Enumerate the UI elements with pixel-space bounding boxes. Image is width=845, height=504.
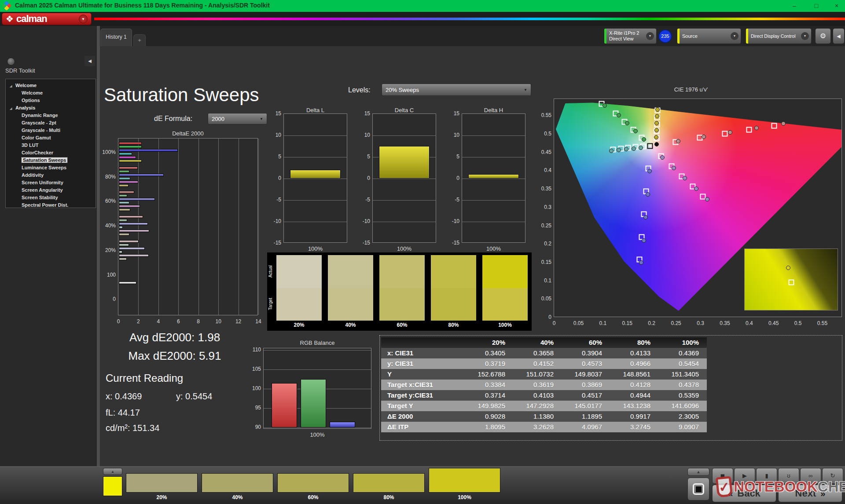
x-tick-label: 0.1: [596, 320, 610, 326]
sidebar-item-saturation-sweeps[interactable]: Saturation Sweeps: [6, 157, 96, 164]
levels-dropdown[interactable]: 20% Sweeps ▼: [382, 84, 531, 96]
sidebar-item-analysis[interactable]: ◢Analysis: [6, 104, 96, 112]
sidebar-item-screen-uniformity[interactable]: Screen Uniformity: [6, 179, 96, 186]
current-y: y: 0.5454: [176, 391, 212, 402]
controls-expand-button[interactable]: ▲: [687, 468, 709, 476]
stop-button[interactable]: [687, 478, 709, 500]
deltae-bar: [119, 254, 149, 257]
chevron-down-icon[interactable]: ▼: [646, 32, 654, 40]
sidebar-collapse-button[interactable]: ◀: [84, 56, 95, 66]
row-label: 20%: [96, 247, 116, 253]
gridline: [264, 369, 371, 370]
maximize-button[interactable]: □: [806, 0, 827, 11]
table-row-label: Target x:CIE31: [381, 380, 464, 390]
delta-h-axis-label: 100%: [462, 245, 525, 252]
sidebar-item-3d-lut[interactable]: 3D LUT: [6, 142, 96, 149]
sidebar-item-colorchecker[interactable]: ColorChecker: [6, 149, 96, 157]
pattern-patch-20%[interactable]: [126, 473, 198, 493]
sidebar-item-color-gamut[interactable]: Color Gamut: [6, 134, 96, 142]
sidebar-item-welcome[interactable]: Welcome: [6, 89, 96, 97]
table-row: ΔE ITP1.80953.26284.09673.27459.0907: [381, 422, 707, 432]
source-dropdown[interactable]: Source ▼: [677, 28, 741, 44]
sidebar-item-welcome[interactable]: ◢Welcome: [6, 82, 96, 89]
chevron-down-icon[interactable]: ▼: [731, 32, 738, 40]
display-control-dropdown[interactable]: Direct Display Control ▼: [746, 28, 812, 44]
pattern-patch-40%[interactable]: [202, 473, 273, 493]
control-button-3[interactable]: ʊ: [778, 468, 799, 484]
back-button[interactable]: « Back: [712, 485, 776, 502]
next-button[interactable]: Next »: [778, 485, 842, 502]
table-cell: 0.3719: [464, 358, 512, 369]
table-row: y: CIE310.37190.41520.45730.49660.5454: [381, 358, 707, 369]
pattern-patch-80%[interactable]: [353, 473, 425, 493]
x-tick-label: 0.35: [718, 320, 732, 326]
tree-expander-icon[interactable]: ◢: [10, 105, 12, 112]
de-formula-dropdown[interactable]: 2000 ▼: [208, 113, 267, 124]
row-label: 100%: [96, 149, 116, 155]
pattern-patch-60%[interactable]: [277, 473, 349, 493]
chevron-down-icon[interactable]: ▼: [79, 15, 88, 23]
source-dropdown-label: Source: [680, 33, 731, 39]
gridline: [373, 222, 436, 222]
swatch-20%: [276, 255, 322, 321]
table-cell: 4.0967: [561, 422, 609, 432]
active-pattern-patch[interactable]: [103, 476, 122, 496]
deltae-bar: [119, 194, 127, 197]
gridline: [373, 179, 436, 179]
sidebar-splitter[interactable]: [97, 26, 100, 504]
y-tick-label: 0.1: [536, 278, 551, 284]
calman-menu-button[interactable]: ❖ calman ▼: [2, 13, 92, 25]
sidebar-item-spectral-power-dist-[interactable]: Spectral Power Dist.: [6, 201, 96, 209]
sidebar-item-grayscale-2pt[interactable]: Grayscale - 2pt: [6, 119, 96, 127]
sidebar-item-screen-stability[interactable]: Screen Stability: [6, 194, 96, 201]
control-button-5[interactable]: ↻: [822, 468, 843, 484]
gridline: [158, 139, 159, 315]
meter-count-badge[interactable]: 235: [658, 29, 672, 43]
collapse-panel-button[interactable]: ◀: [833, 28, 845, 44]
y-tick-label: 0: [536, 314, 551, 320]
deltae-bar: [119, 153, 132, 155]
sidebar-item-dynamic-range[interactable]: Dynamic Range: [6, 112, 96, 119]
calman-logo-text: calman: [16, 13, 79, 25]
control-button-2[interactable]: ▮: [756, 468, 777, 484]
minimize-button[interactable]: –: [784, 0, 805, 11]
pattern-patch-100%[interactable]: [429, 468, 500, 493]
chevron-down-icon: ▼: [524, 88, 531, 92]
gridline: [198, 139, 199, 315]
add-tab-button[interactable]: +: [133, 34, 146, 46]
control-button-1[interactable]: ▶: [734, 468, 755, 484]
x-tick-label: 0.4: [742, 320, 756, 326]
cie-measured-yellow: [655, 107, 660, 112]
gridline: [264, 427, 371, 428]
gridline: [284, 157, 347, 157]
control-button-4[interactable]: ∞: [800, 468, 821, 484]
sidebar-item-grayscale-multi[interactable]: Grayscale - Multi: [6, 127, 96, 134]
cie-measured-red: [781, 121, 786, 126]
pattern-expand-button[interactable]: ▲: [103, 468, 122, 475]
table-row-label: Y: [381, 369, 464, 380]
y-tick-label: 95: [248, 405, 261, 411]
sidebar-item-screen-angularity[interactable]: Screen Angularity: [6, 186, 96, 194]
close-button[interactable]: ×: [827, 0, 845, 11]
table-cell: 0.4152: [512, 358, 561, 369]
sidebar-item-additivity[interactable]: Additivity: [6, 172, 96, 179]
y-tick-label: 15: [269, 110, 281, 117]
table-cell: 143.1238: [609, 401, 658, 411]
tree-expander-icon[interactable]: ◢: [10, 82, 12, 90]
settings-button[interactable]: ⚙: [815, 28, 831, 44]
chevron-down-icon[interactable]: ▼: [801, 32, 809, 40]
meter-dropdown[interactable]: X-Rite i1Pro 2 Direct View ▼: [604, 28, 657, 44]
tab-history-1[interactable]: History 1: [100, 29, 132, 46]
control-button-0[interactable]: ◼: [712, 468, 733, 484]
y-tick-label: 0.15: [536, 259, 551, 265]
sidebar-item-options[interactable]: Options: [6, 97, 96, 104]
de-formula-label: dE Formula:: [154, 115, 192, 123]
gridline: [284, 200, 347, 201]
session-status-icon[interactable]: [7, 58, 15, 66]
table-cell: 149.9825: [464, 401, 512, 411]
cie-1976-chart: 00.050.10.150.20.250.30.350.40.450.50.55…: [554, 99, 842, 317]
deltae-bar: [119, 240, 139, 243]
sidebar-item-luminance-sweeps[interactable]: Luminance Sweeps: [6, 164, 96, 172]
rgb-bar-green: [301, 379, 326, 428]
summary-stats: Avg dE2000: 1.98 Max dE2000: 5.91: [103, 331, 246, 368]
